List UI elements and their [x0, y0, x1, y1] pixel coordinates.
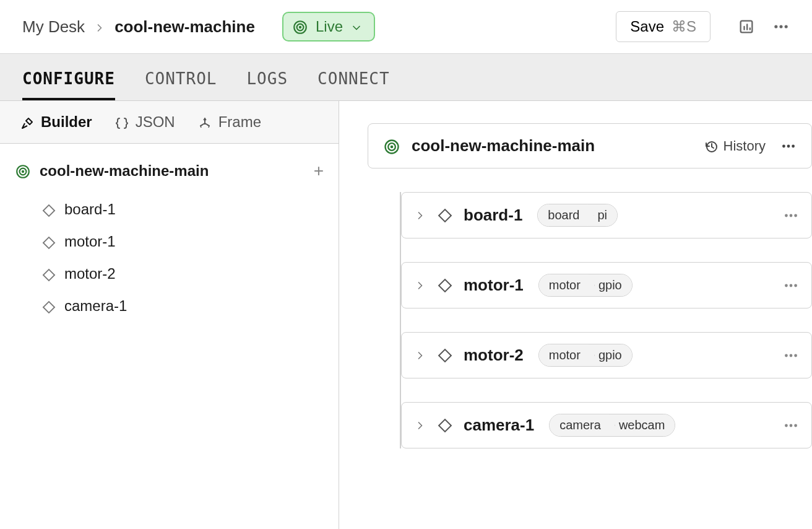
- history-label: History: [723, 138, 766, 154]
- component-model: webcam: [609, 414, 675, 436]
- braces-icon: [114, 113, 129, 131]
- target-icon: [15, 162, 31, 180]
- breadcrumb-current[interactable]: cool-new-machine: [114, 17, 255, 37]
- component-type-badge: board pi: [537, 204, 618, 227]
- status-label: Live: [316, 18, 343, 35]
- tree-root-label: cool-new-machine-main: [40, 162, 209, 180]
- diamond-icon: [438, 348, 452, 363]
- status-live-chip[interactable]: Live: [282, 12, 375, 42]
- add-component-button[interactable]: +: [314, 161, 324, 181]
- diamond-icon: [438, 418, 452, 433]
- tools-icon: [20, 113, 35, 131]
- subtab-row: Builder JSON Frame: [0, 101, 339, 144]
- tree-root[interactable]: cool-new-machine-main +: [15, 161, 324, 181]
- subtab-label: Frame: [218, 113, 261, 131]
- tree-list: board-1 motor-1 motor-2: [15, 193, 324, 322]
- tab-control[interactable]: CONTROL: [145, 56, 217, 100]
- breadcrumb-parent[interactable]: My Desk: [22, 17, 85, 37]
- tab-logs[interactable]: LOGS: [246, 56, 288, 100]
- target-icon: [383, 136, 400, 155]
- save-label: Save: [630, 18, 664, 35]
- expand-toggle[interactable]: [414, 279, 426, 292]
- tree-item-label: board-1: [64, 201, 116, 218]
- component-type: motor: [539, 344, 595, 366]
- diamond-icon: [42, 265, 56, 282]
- component-name: board-1: [464, 206, 522, 225]
- component-card: camera-1 camera webcam: [401, 402, 812, 448]
- diamond-icon: [42, 201, 56, 218]
- tree-item[interactable]: motor-2: [42, 258, 324, 290]
- diamond-icon: [42, 297, 56, 315]
- tree-item[interactable]: motor-1: [42, 225, 324, 258]
- component-card: motor-2 motor gpio: [401, 332, 812, 378]
- component-card: board-1 board pi: [401, 192, 812, 238]
- topbar: My Desk cool-new-machine Live Save ⌘S: [0, 0, 812, 54]
- expand-toggle[interactable]: [414, 349, 426, 362]
- part-more-menu[interactable]: [780, 138, 797, 154]
- component-name: camera-1: [464, 416, 534, 435]
- chevron-down-icon: [350, 18, 363, 35]
- breadcrumb: My Desk cool-new-machine: [22, 17, 255, 37]
- component-model: gpio: [589, 274, 632, 296]
- part-name: cool-new-machine-main: [412, 136, 595, 155]
- metrics-icon[interactable]: [738, 18, 755, 35]
- expand-toggle[interactable]: [414, 209, 426, 222]
- subtab-label: JSON: [136, 113, 175, 131]
- tree-item[interactable]: camera-1: [42, 290, 324, 322]
- main-tabstrip: CONFIGURE CONTROL LOGS CONNECT: [0, 54, 812, 101]
- tab-connect[interactable]: CONNECT: [317, 56, 390, 100]
- component-more-menu[interactable]: [783, 418, 799, 434]
- tab-configure[interactable]: CONFIGURE: [22, 56, 115, 100]
- diamond-icon: [42, 233, 56, 250]
- save-shortcut: ⌘S: [672, 18, 696, 35]
- component-type: camera: [550, 414, 615, 436]
- tree-item-label: motor-2: [64, 265, 116, 282]
- history-button[interactable]: History: [704, 138, 766, 154]
- subtab-frame[interactable]: Frame: [197, 113, 261, 131]
- left-panel: Builder JSON Frame cool-new-machine-: [0, 101, 339, 529]
- component-more-menu[interactable]: [783, 208, 799, 224]
- subtab-json[interactable]: JSON: [114, 113, 175, 131]
- chevron-right-icon: [93, 17, 106, 37]
- target-icon: [292, 18, 308, 36]
- tree-item-label: motor-1: [64, 233, 116, 250]
- history-icon: [704, 138, 719, 154]
- diamond-icon: [438, 208, 452, 223]
- component-more-menu[interactable]: [783, 348, 799, 364]
- component-card: motor-1 motor gpio: [401, 262, 812, 308]
- component-tree: cool-new-machine-main + board-1 motor-1: [0, 144, 339, 339]
- component-name: motor-2: [464, 346, 524, 365]
- axes-icon: [197, 113, 212, 131]
- workspace: Builder JSON Frame cool-new-machine-: [0, 101, 812, 529]
- tree-item[interactable]: board-1: [42, 193, 324, 225]
- component-name: motor-1: [464, 276, 524, 295]
- component-type: motor: [539, 274, 595, 296]
- component-type-badge: motor gpio: [538, 344, 633, 367]
- tree-item-label: camera-1: [64, 297, 127, 315]
- more-menu-icon[interactable]: [772, 18, 790, 35]
- save-button[interactable]: Save ⌘S: [616, 11, 710, 42]
- subtab-label: Builder: [41, 113, 92, 131]
- right-panel: cool-new-machine-main History: [339, 101, 812, 529]
- part-header-card: cool-new-machine-main History: [368, 123, 812, 168]
- component-stack: board-1 board pi motor-1 motor: [400, 192, 812, 448]
- component-type-badge: camera webcam: [549, 414, 675, 437]
- component-type: board: [538, 204, 594, 226]
- component-model: gpio: [589, 344, 632, 366]
- diamond-icon: [438, 278, 452, 293]
- component-type-badge: motor gpio: [538, 274, 633, 297]
- expand-toggle[interactable]: [414, 419, 426, 432]
- subtab-builder[interactable]: Builder: [20, 113, 92, 131]
- component-more-menu[interactable]: [783, 278, 799, 294]
